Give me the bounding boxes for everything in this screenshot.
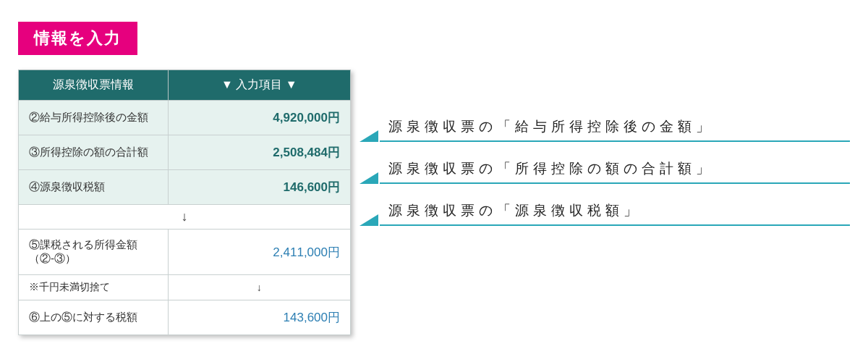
tax-table: 源泉徴収票情報 ▼ 入力項目 ▼ ②給与所得控除後の金額 4,920,000円 … (18, 70, 351, 335)
note-label: ※千円未満切捨て (19, 275, 169, 300)
row-label: ②給与所得控除後の金額 (19, 101, 169, 135)
row-label: ⑥上の⑤に対する税額 (19, 300, 169, 335)
table-row: ④源泉徴収税額 146,600円 (19, 170, 351, 205)
row-value: 4,920,000円 (168, 101, 350, 135)
callout-item: 源泉徴収票の「給与所得控除後の金額」 (380, 113, 850, 142)
note-row: ※千円未満切捨て ↓ (19, 275, 351, 300)
table-row: ⑥上の⑤に対する税額 143,600円 (19, 300, 351, 335)
section-title: 情報を入力 (18, 22, 137, 55)
row-value: 2,508,484円 (168, 135, 350, 170)
table-row: ③所得控除の額の合計額 2,508,484円 (19, 135, 351, 170)
arrow-row: ↓ (19, 205, 351, 230)
callout-item: 源泉徴収票の「源泉徴収税額」 (380, 197, 850, 226)
content-layout: 源泉徴収票情報 ▼ 入力項目 ▼ ②給与所得控除後の金額 4,920,000円 … (18, 70, 850, 335)
row-value: 143,600円 (168, 300, 350, 335)
row-label: ③所得控除の額の合計額 (19, 135, 169, 170)
row-label: ⑤課税される所得金額（②-③） (19, 230, 169, 275)
down-arrow-icon: ↓ (168, 275, 350, 300)
down-arrow-icon: ↓ (19, 205, 351, 230)
header-left: 源泉徴収票情報 (19, 70, 169, 101)
table-row: ②給与所得控除後の金額 4,920,000円 (19, 101, 351, 135)
row-value: 146,600円 (168, 170, 350, 205)
callout-item: 源泉徴収票の「所得控除の額の合計額」 (380, 155, 850, 184)
header-right: ▼ 入力項目 ▼ (168, 70, 350, 101)
callout-list: 源泉徴収票の「給与所得控除後の金額」 源泉徴収票の「所得控除の額の合計額」 源泉… (380, 70, 850, 239)
table-row: ⑤課税される所得金額（②-③） 2,411,000円 (19, 230, 351, 275)
row-value: 2,411,000円 (168, 230, 350, 275)
row-label: ④源泉徴収税額 (19, 170, 169, 205)
